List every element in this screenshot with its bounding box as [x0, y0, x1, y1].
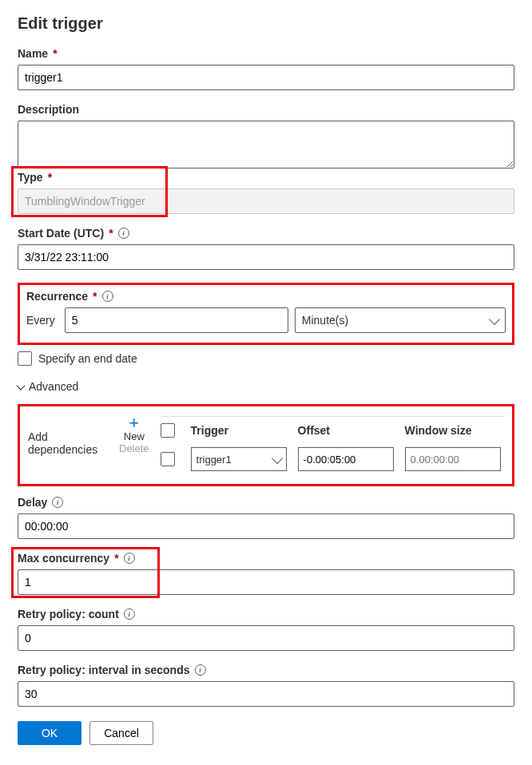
max-concurrency-label: Max concurrency: [18, 552, 109, 565]
chevron-down-icon: [489, 313, 500, 324]
name-label: Name: [18, 47, 48, 60]
every-label: Every: [26, 314, 55, 327]
delay-input[interactable]: [18, 513, 514, 539]
cancel-button[interactable]: Cancel: [89, 721, 153, 745]
dep-trigger-select[interactable]: trigger1: [191, 447, 287, 471]
delay-label: Delay: [18, 496, 47, 509]
name-field: Name*: [18, 47, 514, 90]
select-all-checkbox[interactable]: [161, 423, 175, 438]
required-asterisk: *: [114, 552, 118, 565]
info-icon[interactable]: i: [195, 664, 206, 676]
max-concurrency-field: Max concurrency * i: [18, 552, 514, 595]
dep-wsize-input[interactable]: [405, 447, 501, 471]
retry-count-field: Retry policy: count i: [18, 608, 514, 651]
specify-end-label: Specify an end date: [38, 352, 137, 365]
specify-end-checkbox[interactable]: [18, 351, 32, 366]
delete-button[interactable]: Delete: [119, 442, 149, 454]
required-asterisk: *: [48, 171, 52, 184]
page-title: Edit trigger: [18, 14, 514, 33]
required-asterisk: *: [109, 227, 113, 240]
name-input[interactable]: [18, 65, 514, 90]
add-dependencies-section: Add dependencies + New Delete Trigger Of…: [18, 404, 514, 486]
type-input: [18, 188, 514, 214]
dep-offset-input[interactable]: [298, 447, 394, 471]
required-asterisk: *: [53, 47, 57, 60]
advanced-label: Advanced: [29, 380, 78, 393]
end-date-field: Specify an end date: [18, 351, 514, 366]
chevron-down-icon: [16, 381, 25, 390]
trigger-column-header: Trigger: [191, 424, 287, 437]
advanced-toggle[interactable]: Advanced: [18, 380, 514, 393]
row-checkbox[interactable]: [161, 452, 175, 466]
recurrence-section: Recurrence * i Every Minute(s): [18, 283, 514, 345]
info-icon[interactable]: i: [124, 608, 135, 620]
retry-count-input[interactable]: [18, 625, 514, 651]
description-field: Description: [18, 103, 514, 171]
dependencies-table: Trigger Offset Window size trigger1: [161, 416, 504, 471]
recurrence-unit-select[interactable]: Minute(s): [295, 307, 506, 333]
info-icon[interactable]: i: [102, 291, 113, 302]
plus-icon: +: [129, 416, 139, 430]
retry-count-label: Retry policy: count: [18, 608, 119, 620]
delay-field: Delay i: [18, 496, 514, 539]
info-icon[interactable]: i: [124, 553, 135, 564]
max-concurrency-input[interactable]: [18, 569, 514, 595]
recurrence-value-input[interactable]: [65, 307, 288, 333]
description-input[interactable]: [18, 121, 514, 168]
start-date-field: Start Date (UTC) * i: [18, 227, 514, 270]
start-date-label: Start Date (UTC): [18, 227, 104, 240]
info-icon[interactable]: i: [118, 228, 129, 239]
offset-column-header: Offset: [298, 424, 394, 437]
type-label: Type: [18, 171, 43, 184]
add-dependencies-label: Add dependencies: [28, 416, 108, 456]
table-row: trigger1: [161, 447, 504, 471]
wsize-column-header: Window size: [405, 424, 501, 437]
type-field-real: Type*: [18, 171, 514, 214]
required-asterisk: *: [93, 290, 97, 303]
retry-interval-label: Retry policy: interval in seconds: [18, 664, 190, 676]
start-date-input[interactable]: [18, 244, 514, 270]
retry-interval-field: Retry policy: interval in seconds i: [18, 664, 514, 707]
new-button[interactable]: New: [124, 430, 145, 442]
recurrence-unit-value: Minute(s): [302, 314, 348, 327]
dep-trigger-value: trigger1: [197, 454, 232, 466]
recurrence-label: Recurrence: [26, 290, 88, 303]
description-label: Description: [18, 103, 79, 116]
ok-button[interactable]: OK: [18, 721, 81, 745]
retry-interval-input[interactable]: [18, 681, 514, 707]
info-icon[interactable]: i: [52, 497, 63, 508]
button-bar: OK Cancel: [18, 721, 514, 745]
chevron-down-icon: [272, 452, 283, 463]
